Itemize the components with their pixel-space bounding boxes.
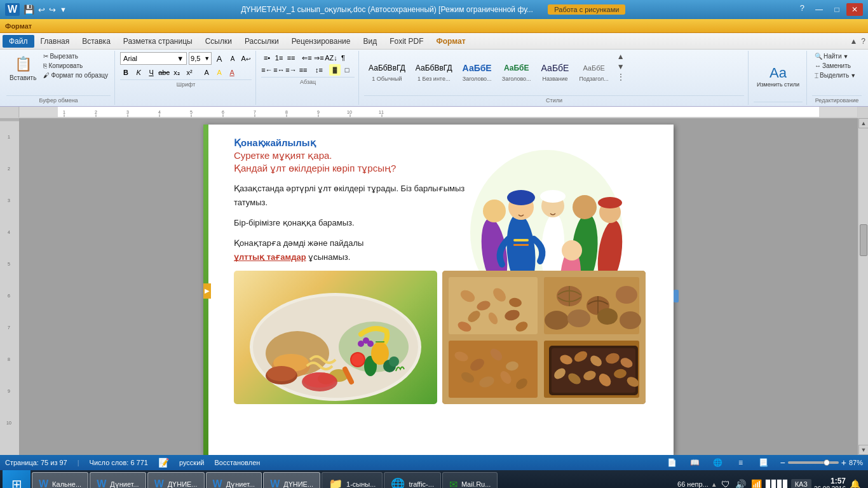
zoom-out-button[interactable]: −	[780, 458, 785, 468]
style-heading1[interactable]: АаБбЕ Заголово...	[458, 52, 496, 90]
styles-up-button[interactable]: ▲	[617, 52, 625, 61]
document-scroll-area[interactable]: Қонақжайлылық Суретке мұқият қара. Қанда…	[19, 118, 858, 455]
strikethrough-button[interactable]: abc	[158, 67, 170, 78]
system-clock[interactable]: 1:57 26.08.2016	[814, 477, 846, 489]
maximize-button[interactable]: □	[829, 3, 845, 16]
font-size-selector[interactable]: 9,5 ▼	[189, 52, 212, 65]
font-grow-button[interactable]: A	[214, 53, 225, 64]
menu-insert[interactable]: Вставка	[76, 35, 117, 48]
bold-button[interactable]: B	[120, 67, 132, 78]
menu-foxit[interactable]: Foxit PDF	[383, 35, 430, 48]
save-icon[interactable]: 💾	[24, 4, 34, 15]
menu-mailings[interactable]: Рассылки	[238, 35, 285, 48]
scroll-down-button[interactable]: ▼	[858, 445, 868, 455]
menu-view[interactable]: Вид	[356, 35, 383, 48]
taskbar-item-kalne[interactable]: W Кальне...	[32, 472, 88, 488]
align-center-button[interactable]: ≡↔	[273, 64, 285, 76]
menu-references[interactable]: Ссылки	[199, 35, 238, 48]
increase-indent-button[interactable]: ⇒≡	[313, 52, 325, 64]
taskbar-item-duniyet3[interactable]: W Дүниет...	[206, 472, 262, 488]
taskbar-item-chrome[interactable]: 🌐 traffic-...	[384, 472, 441, 488]
web-layout-button[interactable]: 🌐	[712, 456, 724, 469]
style-heading2[interactable]: АаБбЕ Заголово...	[498, 52, 536, 90]
taskbar-item-dunie2[interactable]: W ДҮНИЕ...	[147, 472, 205, 488]
format-tab-label[interactable]: Формат	[5, 22, 32, 30]
copy-button[interactable]: ⎘ Копировать	[41, 62, 111, 70]
language[interactable]: русский	[179, 459, 204, 466]
zoom-level[interactable]: 87%	[849, 459, 863, 466]
scroll-thumb[interactable]	[860, 224, 867, 256]
underline-button[interactable]: Ч	[146, 67, 157, 78]
start-button[interactable]: ⊞	[3, 470, 31, 488]
highlight-button[interactable]: A	[214, 67, 225, 78]
multilevel-list-button[interactable]: ≡≡	[285, 52, 297, 64]
style-normal[interactable]: АаБбВвГД 1 Обычный	[364, 52, 410, 90]
minimize-button[interactable]: —	[811, 3, 827, 16]
speaker-tray-icon[interactable]: 🔊	[734, 478, 747, 488]
replace-button[interactable]: ↔ Заменить	[812, 62, 853, 70]
styles-more-button[interactable]: ⋮	[617, 72, 625, 81]
font-color-button[interactable]: A	[226, 67, 238, 78]
subscript-button[interactable]: x₂	[171, 67, 182, 78]
align-right-button[interactable]: ≡→	[285, 64, 297, 76]
resize-handle[interactable]	[674, 290, 679, 302]
format-painter-button[interactable]: 🖌 Формат по образцу	[41, 71, 111, 79]
picture-tools-tab[interactable]: Работа с рисунками	[548, 4, 625, 15]
menu-file[interactable]: Файл	[3, 35, 34, 48]
spell-check-icon[interactable]: 📝	[158, 458, 169, 468]
taskbar-item-duniyet1[interactable]: W Дүниет...	[90, 472, 146, 488]
align-left-button[interactable]: ≡←	[261, 64, 273, 76]
style-no-spacing[interactable]: АаБбВвГД 1 Без инте...	[411, 52, 457, 90]
cut-button[interactable]: ✂ Вырезать	[41, 52, 111, 60]
outline-button[interactable]: ≡	[735, 456, 747, 469]
taskbar-item-dunie4[interactable]: W ДҮНИЕ...	[263, 472, 320, 488]
undo-icon[interactable]: ↩	[38, 5, 45, 15]
scroll-up-button[interactable]: ▲	[858, 118, 868, 128]
menu-home[interactable]: Главная	[34, 35, 76, 48]
taskbar-item-mailru[interactable]: ✉ Mail.Ru...	[442, 472, 498, 488]
language-indicator[interactable]: КАЗ	[791, 479, 811, 488]
help-icon[interactable]: ?	[800, 3, 804, 16]
tray-arrow[interactable]: ▲	[711, 481, 717, 488]
network-tray-icon[interactable]: 📶	[750, 478, 763, 488]
help-menu-icon[interactable]: ?	[861, 37, 865, 46]
superscript-button[interactable]: x²	[184, 67, 195, 78]
styles-down-button[interactable]: ▼	[617, 62, 625, 71]
reading-mode-button[interactable]: 📖	[689, 456, 702, 469]
find-button[interactable]: 🔍 Найти ▼	[812, 52, 851, 60]
sort-button[interactable]: AZ↓	[325, 52, 337, 64]
notification-area[interactable]: 66 непр...	[677, 480, 709, 488]
customize-icon[interactable]: ▼	[60, 6, 67, 13]
decrease-indent-button[interactable]: ⇐≡	[301, 52, 313, 64]
zoom-thumb[interactable]	[824, 459, 830, 466]
zoom-in-button[interactable]: +	[841, 458, 846, 468]
menu-page-layout[interactable]: Разметка страницы	[117, 35, 199, 48]
show-marks-button[interactable]: ¶	[337, 52, 349, 64]
right-scrollbar[interactable]: ▲ ▼	[858, 118, 868, 455]
clear-format-button[interactable]: A↩	[240, 53, 252, 64]
line-spacing-button[interactable]: ↕≡	[313, 64, 325, 76]
print-layout-button[interactable]: 📄	[666, 456, 679, 469]
notifications-icon[interactable]: 🔔	[848, 478, 862, 488]
zoom-slider[interactable]	[788, 461, 839, 464]
text-effects-button[interactable]: A	[201, 67, 212, 78]
close-button[interactable]: ✕	[846, 3, 863, 16]
style-title[interactable]: АаБбЕ Название	[537, 52, 574, 90]
italic-button[interactable]: K	[133, 67, 144, 78]
shading-button[interactable]: ▓	[329, 64, 341, 76]
border-button[interactable]: □	[341, 64, 353, 76]
numbering-button[interactable]: 1≡	[273, 52, 285, 64]
justify-button[interactable]: ≡≡	[297, 64, 309, 76]
menu-format[interactable]: Формат	[430, 35, 472, 48]
collapse-ribbon-icon[interactable]: ▲	[850, 37, 857, 46]
paste-button[interactable]: 📋 Вставить	[6, 52, 39, 83]
taskbar-item-folder[interactable]: 📁 1-сыны...	[322, 472, 383, 488]
font-selector[interactable]: Arial ▼	[120, 52, 187, 65]
redo-icon[interactable]: ↪	[49, 5, 56, 15]
change-styles-button[interactable]: Aa Изменить стили	[754, 63, 803, 90]
menu-review[interactable]: Рецензирование	[285, 35, 357, 48]
font-shrink-button[interactable]: A	[227, 53, 238, 64]
bullets-button[interactable]: ≡•	[261, 52, 273, 64]
select-button[interactable]: ⌶ Выделить ▼	[812, 71, 858, 79]
style-subtitle[interactable]: АаБбЕ Подзагол...	[574, 52, 613, 90]
